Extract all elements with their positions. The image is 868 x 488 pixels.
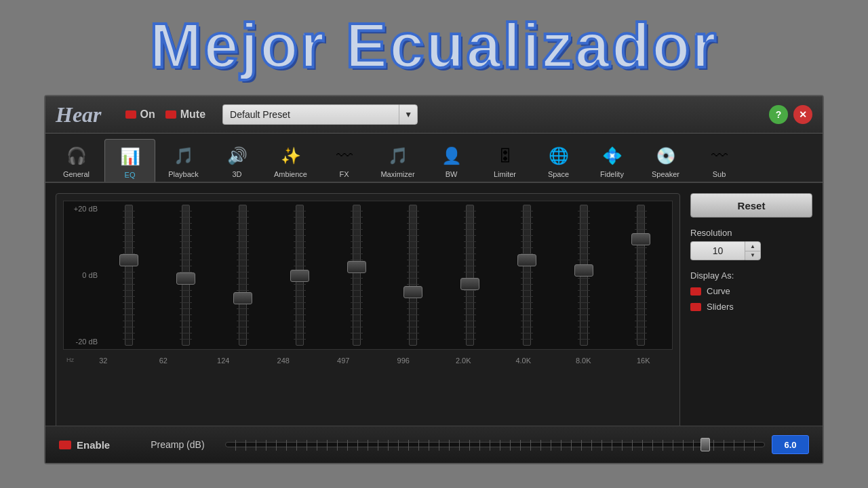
display-curve-option[interactable]: Curve [690,286,812,296]
nav-tab-sub[interactable]: 〰 Sub [694,139,745,182]
eq-slider-track-32[interactable] [125,205,133,346]
eq-slider-handle-996[interactable] [403,286,422,298]
db-label-mid: 0 dB [67,271,98,279]
nav-tab-label-3d: 3D [232,170,241,178]
header-bar: Hear On Mute ▼ ? ✕ [45,96,823,134]
eq-slider-handle-124[interactable] [233,292,252,304]
resolution-section: Resolution ▲ ▼ [690,228,812,260]
preamp-handle[interactable] [701,438,710,451]
nav-tab-3d[interactable]: 🔊 3D [212,139,262,182]
eq-channel-62 [158,205,214,346]
nav-tab-icon-playback: 🎵 [169,143,199,169]
eq-slider-handle-8.0K[interactable] [574,264,593,277]
bottom-bar: Enable Preamp (dB) 6.0 [45,426,823,463]
freq-label-248: 248 [254,357,313,365]
nav-tab-label-playback: Playback [168,170,199,178]
resolution-up-button[interactable]: ▲ [745,242,760,251]
reset-button[interactable]: Reset [690,193,812,218]
nav-tab-label-general: General [63,170,90,178]
freq-label-2.0K: 2.0K [434,357,493,365]
nav-tab-label-space: Space [548,170,569,178]
eq-channel-4.0K [499,205,555,346]
eq-channel-2.0K [442,205,498,346]
eq-channel-32 [101,205,157,346]
display-as-label: Display As: [690,270,812,281]
eq-slider-handle-62[interactable] [176,272,195,285]
right-panel: Reset Resolution ▲ ▼ Display As: Curve [690,193,812,448]
eq-slider-track-16K[interactable] [637,205,645,346]
freq-label-32: 32 [74,357,133,365]
on-label: On [140,108,155,121]
freq-label-16K: 16K [614,357,673,365]
on-button[interactable]: On [125,108,155,121]
freq-labels: 32621242484979962.0K4.0K8.0K16K [74,353,673,365]
db-label-top: +20 dB [67,205,98,213]
nav-tab-icon-3d: 🔊 [222,143,252,169]
mute-label: Mute [180,108,205,121]
preamp-value: 6.0 [772,435,809,454]
freq-label-497: 497 [314,357,373,365]
nav-tab-icon-ambience: ✨ [276,143,306,169]
nav-tab-icon-bw: 👤 [437,143,467,169]
display-sliders-option[interactable]: Sliders [690,302,812,312]
curve-led [690,287,701,296]
nav-tab-playback[interactable]: 🎵 Playback [158,139,209,182]
eq-slider-track-62[interactable] [182,205,190,346]
nav-tabs: 🎧 General 📊 EQ 🎵 Playback 🔊 3D ✨ Ambienc… [45,134,823,183]
close-button[interactable]: ✕ [793,105,812,124]
header-icons: ? ✕ [769,105,812,124]
eq-panel: +20 dB 0 dB -20 dB Hz 32621242484979962.… [56,193,680,448]
enable-button[interactable]: Enable [59,439,110,451]
nav-tab-icon-fidelity: 💠 [597,143,627,169]
eq-slider-track-996[interactable] [409,205,417,346]
freq-label-4.0K: 4.0K [494,357,553,365]
nav-tab-fidelity[interactable]: 💠 Fidelity [587,139,637,182]
mute-button[interactable]: Mute [165,108,205,121]
enable-led [59,441,71,449]
nav-tab-bw[interactable]: 👤 BW [426,139,477,182]
help-button[interactable]: ? [769,105,788,124]
nav-tab-label-sub: Sub [713,170,726,178]
nav-tab-icon-limiter: 🎛 [490,143,520,169]
eq-slider-track-497[interactable] [353,205,361,346]
eq-slider-handle-4.0K[interactable] [517,254,536,266]
nav-tab-label-bw: BW [446,170,458,178]
preamp-label: Preamp (dB) [151,439,204,450]
resolution-label: Resolution [690,228,812,238]
sliders-label: Sliders [707,302,734,312]
nav-tab-eq[interactable]: 📊 EQ [104,139,155,182]
resolution-down-button[interactable]: ▼ [745,251,760,260]
preamp-ticks [226,440,764,451]
nav-tab-maximizer[interactable]: 🎵 Maximizer [372,139,423,182]
eq-slider-track-4.0K[interactable] [523,205,531,346]
eq-slider-handle-2.0K[interactable] [460,278,479,290]
nav-tab-label-fidelity: Fidelity [600,170,624,178]
preset-arrow[interactable]: ▼ [399,104,418,125]
eq-slider-track-124[interactable] [239,205,247,346]
nav-tab-fx[interactable]: 〰 FX [319,139,370,182]
preset-input[interactable] [222,104,399,125]
nav-tab-label-limiter: Limiter [494,170,516,178]
eq-slider-track-248[interactable] [296,205,304,346]
app-window: Hear On Mute ▼ ? ✕ 🎧 General 📊 EQ 🎵 Play… [44,95,824,464]
eq-slider-handle-248[interactable] [290,270,309,282]
curve-label: Curve [707,286,730,296]
on-led [125,110,136,119]
preamp-slider-track[interactable] [225,442,765,447]
eq-slider-handle-32[interactable] [119,254,138,266]
eq-slider-handle-16K[interactable] [631,233,650,245]
nav-tab-icon-space: 🌐 [544,143,574,169]
eq-channel-124 [215,205,271,346]
eq-slider-track-2.0K[interactable] [466,205,474,346]
nav-tab-label-ambience: Ambience [274,170,307,178]
eq-slider-handle-497[interactable] [347,261,366,273]
eq-db-labels: +20 dB 0 dB -20 dB [64,201,101,349]
nav-tab-speaker[interactable]: 💿 Speaker [640,139,691,182]
nav-tab-limiter[interactable]: 🎛 Limiter [479,139,530,182]
nav-tab-ambience[interactable]: ✨ Ambience [265,139,316,182]
nav-tab-general[interactable]: 🎧 General [51,139,102,182]
nav-tab-space[interactable]: 🌐 Space [533,139,584,182]
resolution-input[interactable] [690,241,745,260]
enable-label: Enable [77,439,110,451]
eq-slider-track-8.0K[interactable] [580,205,588,346]
